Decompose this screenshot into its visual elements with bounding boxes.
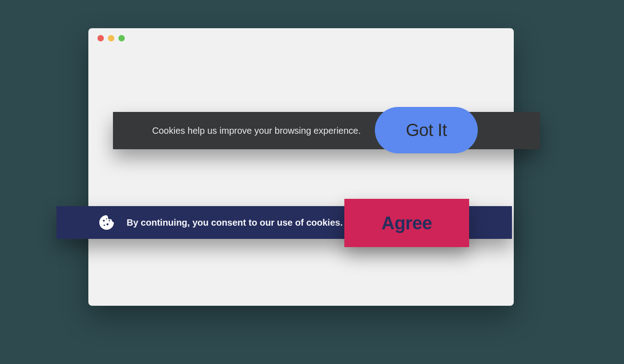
svg-point-2 (103, 224, 105, 226)
cookie-banner-navy-message: By continuing, you consent to our use of… (127, 217, 343, 228)
svg-point-1 (107, 223, 108, 225)
got-it-button[interactable]: Got It (375, 107, 478, 153)
cookie-banner-navy: By continuing, you consent to our use of… (56, 206, 512, 239)
svg-point-0 (103, 220, 105, 222)
window-titlebar (88, 28, 514, 48)
window-minimize-dot[interactable] (108, 35, 114, 41)
cookie-banner-dark-message: Cookies help us improve your browsing ex… (152, 126, 361, 136)
cookie-banner-dark: Cookies help us improve your browsing ex… (113, 112, 540, 149)
agree-button[interactable]: Agree (344, 199, 469, 247)
svg-point-3 (109, 220, 110, 222)
cookie-icon (98, 214, 115, 231)
window-maximize-dot[interactable] (118, 35, 125, 41)
svg-point-4 (106, 218, 107, 219)
window-close-dot[interactable] (97, 35, 104, 41)
browser-window-mock (88, 28, 514, 306)
